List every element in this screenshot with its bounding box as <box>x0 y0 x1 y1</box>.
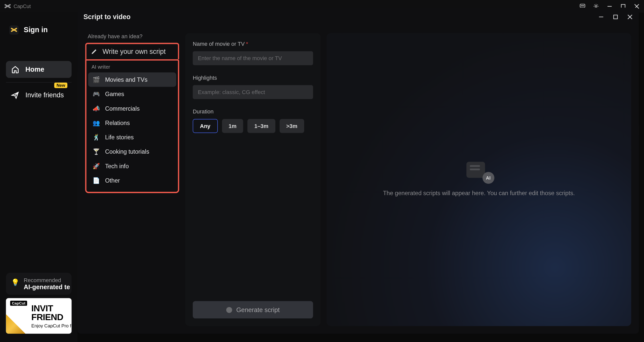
category-relations[interactable]: 👥Relations <box>88 116 176 130</box>
category-label: Life stories <box>105 134 134 141</box>
app-name: CapCut <box>14 3 31 9</box>
recommended-main: AI-generated te <box>24 283 70 291</box>
ai-writer-category-box: AI writer 🎬Movies and TVs🎮Games📣Commerci… <box>85 59 179 193</box>
nav-home[interactable]: Home <box>6 61 72 78</box>
svg-point-3 <box>583 6 584 6</box>
modal-title: Script to video <box>84 13 131 21</box>
category-tech[interactable]: 🚀Tech info <box>88 159 176 173</box>
cooking-icon: 🍸 <box>92 148 100 155</box>
category-movies[interactable]: 🎬Movies and TVs <box>88 72 176 87</box>
home-icon <box>11 65 20 74</box>
capcut-logo-icon <box>4 3 11 9</box>
modal-close-icon[interactable] <box>627 14 633 20</box>
modal-minimize-icon[interactable] <box>598 14 604 20</box>
duration-option[interactable]: 1m <box>222 119 244 133</box>
modal-maximize-icon[interactable] <box>613 14 619 20</box>
movie-name-input[interactable] <box>193 51 313 65</box>
duration-option[interactable]: Any <box>193 119 218 133</box>
other-icon: 📄 <box>92 177 100 184</box>
form-panel: Name of movie or TV* Highlights Duration… <box>185 33 321 326</box>
category-other[interactable]: 📄Other <box>88 173 176 188</box>
generate-label: Generate script <box>236 306 280 314</box>
games-icon: 🎮 <box>92 90 100 98</box>
lightbulb-icon: 💡 <box>11 278 20 286</box>
ai-badge: AI <box>482 172 494 184</box>
ai-writer-label: AI writer <box>88 63 176 72</box>
category-label: Other <box>105 177 120 184</box>
output-panel: AI The generated scripts will appear her… <box>327 33 631 326</box>
svg-point-2 <box>582 6 583 6</box>
category-label: Commercials <box>105 105 140 112</box>
svg-point-1 <box>581 6 582 6</box>
ai-document-icon: AI <box>466 161 492 182</box>
nav-invite-friends[interactable]: New Invite friends <box>6 87 72 104</box>
capcut-small-logo-icon <box>11 27 17 33</box>
movies-icon: 🎬 <box>92 76 100 83</box>
category-cooking[interactable]: 🍸Cooking tutorials <box>88 144 176 159</box>
pencil-icon <box>91 48 97 55</box>
promo-line2: FRIEND <box>31 313 72 321</box>
sign-in-button[interactable]: Sign in <box>6 23 72 37</box>
relations-icon: 👥 <box>92 119 100 126</box>
nav-home-label: Home <box>25 66 44 73</box>
duration-field-label: Duration <box>193 108 313 115</box>
category-commercials[interactable]: 📣Commercials <box>88 101 176 115</box>
highlights-field-label: Highlights <box>193 74 313 81</box>
duration-option[interactable]: >3m <box>279 119 304 133</box>
category-label: Tech info <box>105 163 129 169</box>
script-to-video-modal: Script to video Already have an idea? Wr… <box>77 8 639 334</box>
app-sidebar: Sign in Home New Invite friends 💡 Recomm… <box>0 13 77 342</box>
promo-line1: INVIT <box>31 304 72 312</box>
page-fold-icon <box>6 314 25 334</box>
highlights-input[interactable] <box>193 85 313 99</box>
idea-prompt-label: Already have an idea? <box>85 33 179 39</box>
tech-icon: 🚀 <box>92 162 100 170</box>
new-badge: New <box>54 82 67 88</box>
write-own-label: Write your own script <box>103 48 166 55</box>
category-games[interactable]: 🎮Games <box>88 87 176 101</box>
paper-plane-icon <box>11 91 20 100</box>
promo-sub: Enjoy CapCut Pro for <box>31 323 72 328</box>
name-field-label: Name of movie or TV* <box>193 41 313 47</box>
category-label: Cooking tutorials <box>105 148 149 155</box>
empty-state-text: The generated scripts will appear here. … <box>383 189 575 197</box>
invite-promo-card[interactable]: CapCut INVIT FRIEND Enjoy CapCut Pro for <box>6 298 72 334</box>
category-panel: Already have an idea? Write your own scr… <box>85 33 179 326</box>
nav-invite-label: Invite friends <box>25 92 64 99</box>
svg-point-4 <box>595 6 597 7</box>
recommended-card[interactable]: 💡 Recommended AI-generated te <box>6 273 72 295</box>
category-label: Movies and TVs <box>105 76 148 83</box>
category-label: Games <box>105 91 124 97</box>
category-life[interactable]: 🕺Life stories <box>88 130 176 144</box>
generate-script-button[interactable]: Generate script <box>193 301 313 318</box>
loading-dot-icon <box>226 307 232 313</box>
write-own-script-button[interactable]: Write your own script <box>85 43 179 59</box>
svg-rect-15 <box>614 15 617 19</box>
commercials-icon: 📣 <box>92 105 100 112</box>
duration-option[interactable]: 1–3m <box>248 119 275 133</box>
life-icon: 🕺 <box>92 133 100 141</box>
sign-in-label: Sign in <box>24 26 48 34</box>
category-label: Relations <box>105 119 130 126</box>
recommended-label: Recommended <box>24 277 70 283</box>
promo-brand-tag: CapCut <box>10 301 27 306</box>
